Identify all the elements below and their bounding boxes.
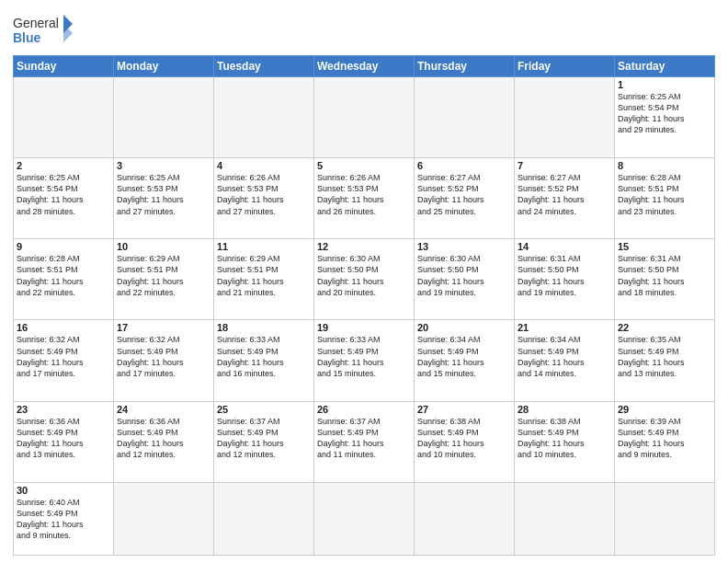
day-info: Sunrise: 6:31 AMSunset: 5:50 PMDaylight:… — [618, 253, 711, 298]
week-row-0: 1Sunrise: 6:25 AMSunset: 5:54 PMDaylight… — [14, 77, 715, 158]
calendar-cell: 14Sunrise: 6:31 AMSunset: 5:50 PMDayligh… — [515, 239, 615, 320]
calendar-cell: 13Sunrise: 6:30 AMSunset: 5:50 PMDayligh… — [415, 239, 515, 320]
calendar-cell: 16Sunrise: 6:32 AMSunset: 5:49 PMDayligh… — [14, 320, 114, 401]
day-number: 24 — [117, 404, 210, 415]
calendar-cell: 3Sunrise: 6:25 AMSunset: 5:53 PMDaylight… — [114, 158, 214, 239]
day-header-wednesday: Wednesday — [314, 56, 415, 77]
day-number: 30 — [17, 485, 110, 496]
page: General Blue SundayMondayTuesdayWednesda… — [0, 0, 728, 563]
day-info: Sunrise: 6:33 AMSunset: 5:49 PMDaylight:… — [217, 334, 311, 379]
day-number: 16 — [17, 322, 110, 333]
svg-text:General: General — [13, 16, 59, 30]
day-info: Sunrise: 6:38 AMSunset: 5:49 PMDaylight:… — [417, 416, 511, 461]
day-info: Sunrise: 6:36 AMSunset: 5:49 PMDaylight:… — [17, 416, 110, 461]
calendar-cell: 5Sunrise: 6:26 AMSunset: 5:53 PMDaylight… — [314, 158, 415, 239]
week-row-1: 2Sunrise: 6:25 AMSunset: 5:54 PMDaylight… — [14, 158, 715, 239]
day-number: 21 — [518, 322, 611, 333]
week-row-3: 16Sunrise: 6:32 AMSunset: 5:49 PMDayligh… — [14, 320, 715, 401]
day-info: Sunrise: 6:37 AMSunset: 5:49 PMDaylight:… — [317, 416, 411, 461]
calendar-cell — [314, 77, 415, 158]
day-header-saturday: Saturday — [615, 56, 715, 77]
day-number: 26 — [317, 404, 411, 415]
calendar-cell: 22Sunrise: 6:35 AMSunset: 5:49 PMDayligh… — [615, 320, 715, 401]
day-number: 9 — [17, 241, 110, 252]
calendar-cell — [114, 482, 214, 555]
day-info: Sunrise: 6:39 AMSunset: 5:49 PMDaylight:… — [618, 416, 711, 461]
calendar-cell: 15Sunrise: 6:31 AMSunset: 5:50 PMDayligh… — [615, 239, 715, 320]
calendar-cell — [415, 77, 515, 158]
week-row-2: 9Sunrise: 6:28 AMSunset: 5:51 PMDaylight… — [14, 239, 715, 320]
calendar-cell — [214, 77, 314, 158]
calendar-cell: 17Sunrise: 6:32 AMSunset: 5:49 PMDayligh… — [114, 320, 214, 401]
calendar-cell: 27Sunrise: 6:38 AMSunset: 5:49 PMDayligh… — [415, 401, 515, 482]
calendar-cell: 12Sunrise: 6:30 AMSunset: 5:50 PMDayligh… — [314, 239, 415, 320]
day-info: Sunrise: 6:25 AMSunset: 5:54 PMDaylight:… — [17, 172, 110, 217]
day-info: Sunrise: 6:32 AMSunset: 5:49 PMDaylight:… — [117, 334, 210, 379]
calendar-cell: 18Sunrise: 6:33 AMSunset: 5:49 PMDayligh… — [214, 320, 314, 401]
calendar-cell: 20Sunrise: 6:34 AMSunset: 5:49 PMDayligh… — [415, 320, 515, 401]
day-info: Sunrise: 6:34 AMSunset: 5:49 PMDaylight:… — [518, 334, 611, 379]
day-number: 27 — [417, 404, 511, 415]
day-info: Sunrise: 6:29 AMSunset: 5:51 PMDaylight:… — [217, 253, 311, 298]
calendar-cell: 2Sunrise: 6:25 AMSunset: 5:54 PMDaylight… — [14, 158, 114, 239]
day-info: Sunrise: 6:27 AMSunset: 5:52 PMDaylight:… — [518, 172, 611, 217]
week-row-5: 30Sunrise: 6:40 AMSunset: 5:49 PMDayligh… — [14, 482, 715, 555]
day-number: 25 — [217, 404, 311, 415]
day-info: Sunrise: 6:31 AMSunset: 5:50 PMDaylight:… — [518, 253, 611, 298]
day-number: 13 — [417, 241, 511, 252]
calendar-cell: 28Sunrise: 6:38 AMSunset: 5:49 PMDayligh… — [515, 401, 615, 482]
day-number: 28 — [518, 404, 611, 415]
day-number: 23 — [17, 404, 110, 415]
calendar-cell — [314, 482, 415, 555]
day-info: Sunrise: 6:35 AMSunset: 5:49 PMDaylight:… — [618, 334, 711, 379]
day-headers-row: SundayMondayTuesdayWednesdayThursdayFrid… — [14, 56, 715, 77]
day-header-monday: Monday — [114, 56, 214, 77]
day-number: 15 — [618, 241, 711, 252]
day-number: 29 — [618, 404, 711, 415]
day-info: Sunrise: 6:26 AMSunset: 5:53 PMDaylight:… — [317, 172, 411, 217]
day-number: 18 — [217, 322, 311, 333]
calendar-cell: 10Sunrise: 6:29 AMSunset: 5:51 PMDayligh… — [114, 239, 214, 320]
day-info: Sunrise: 6:25 AMSunset: 5:54 PMDaylight:… — [618, 91, 711, 136]
day-info: Sunrise: 6:25 AMSunset: 5:53 PMDaylight:… — [117, 172, 210, 217]
calendar-cell — [114, 77, 214, 158]
day-number: 14 — [518, 241, 611, 252]
day-info: Sunrise: 6:36 AMSunset: 5:49 PMDaylight:… — [117, 416, 210, 461]
day-number: 7 — [518, 160, 611, 171]
day-number: 12 — [317, 241, 411, 252]
day-header-friday: Friday — [515, 56, 615, 77]
calendar-header: SundayMondayTuesdayWednesdayThursdayFrid… — [14, 56, 715, 77]
day-info: Sunrise: 6:29 AMSunset: 5:51 PMDaylight:… — [117, 253, 210, 298]
day-number: 20 — [417, 322, 511, 333]
calendar-cell: 21Sunrise: 6:34 AMSunset: 5:49 PMDayligh… — [515, 320, 615, 401]
calendar-cell — [515, 77, 615, 158]
day-number: 19 — [317, 322, 411, 333]
calendar-cell: 6Sunrise: 6:27 AMSunset: 5:52 PMDaylight… — [415, 158, 515, 239]
day-number: 22 — [618, 322, 711, 333]
day-info: Sunrise: 6:40 AMSunset: 5:49 PMDaylight:… — [17, 497, 110, 542]
calendar-cell: 9Sunrise: 6:28 AMSunset: 5:51 PMDaylight… — [14, 239, 114, 320]
day-info: Sunrise: 6:33 AMSunset: 5:49 PMDaylight:… — [317, 334, 411, 379]
day-number: 5 — [317, 160, 411, 171]
calendar-cell: 30Sunrise: 6:40 AMSunset: 5:49 PMDayligh… — [14, 482, 114, 555]
calendar-cell: 23Sunrise: 6:36 AMSunset: 5:49 PMDayligh… — [14, 401, 114, 482]
calendar-cell: 11Sunrise: 6:29 AMSunset: 5:51 PMDayligh… — [214, 239, 314, 320]
calendar-table: SundayMondayTuesdayWednesdayThursdayFrid… — [13, 55, 715, 556]
calendar-cell: 26Sunrise: 6:37 AMSunset: 5:49 PMDayligh… — [314, 401, 415, 482]
calendar-cell — [14, 77, 114, 158]
day-info: Sunrise: 6:26 AMSunset: 5:53 PMDaylight:… — [217, 172, 311, 217]
day-header-sunday: Sunday — [14, 56, 114, 77]
day-info: Sunrise: 6:38 AMSunset: 5:49 PMDaylight:… — [518, 416, 611, 461]
calendar-cell: 25Sunrise: 6:37 AMSunset: 5:49 PMDayligh… — [214, 401, 314, 482]
day-header-thursday: Thursday — [415, 56, 515, 77]
day-number: 17 — [117, 322, 210, 333]
calendar-cell: 24Sunrise: 6:36 AMSunset: 5:49 PMDayligh… — [114, 401, 214, 482]
generalblue-logo-icon: General Blue — [13, 13, 77, 50]
day-info: Sunrise: 6:32 AMSunset: 5:49 PMDaylight:… — [17, 334, 110, 379]
day-number: 4 — [217, 160, 311, 171]
day-number: 8 — [618, 160, 711, 171]
day-info: Sunrise: 6:28 AMSunset: 5:51 PMDaylight:… — [618, 172, 711, 217]
day-number: 3 — [117, 160, 210, 171]
day-info: Sunrise: 6:27 AMSunset: 5:52 PMDaylight:… — [417, 172, 511, 217]
day-number: 2 — [17, 160, 110, 171]
